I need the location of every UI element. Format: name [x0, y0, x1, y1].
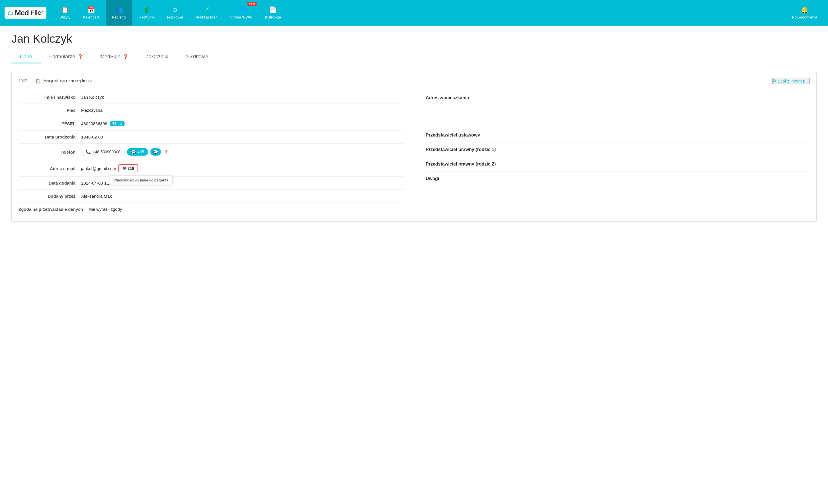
- ezdrowie-nav-icon: ⊕: [172, 6, 177, 14]
- field-row-email: Adres e-mail jankol@gmail.com ✉ 316 Wiad…: [18, 161, 403, 177]
- field-value-name: Jan Kolczyk: [81, 95, 104, 99]
- tab-formularze-label: Formularze: [49, 54, 75, 60]
- phone-call-button[interactable]: 📞 +48 530909308: [81, 148, 125, 156]
- fields-left: Imię i nazwisko Jan Kolczyk Płeć Mężczyz…: [18, 91, 414, 216]
- kalendarz-icon: 📅: [87, 6, 95, 14]
- field-value-telefon: 📞 +48 530909308 💬 435 💬 ❓: [81, 148, 169, 156]
- medsign-help-icon[interactable]: ❓: [123, 54, 128, 59]
- kalendarz-label: Kalendarz: [83, 15, 100, 19]
- field-value-zgoda: Nie wyraził zgody: [89, 207, 122, 212]
- card-header: 1007 📋 Pacjent na czarnej liście ⧉ Scal …: [18, 78, 810, 84]
- age-badge: 76 lat: [110, 121, 125, 126]
- email-messages-button[interactable]: ✉ 316: [118, 165, 138, 172]
- email-count: 316: [128, 166, 134, 171]
- nav-item-ezdrowie[interactable]: ⊕ e-Zdrowie: [160, 0, 189, 26]
- nav-item-wizyty[interactable]: 📋 Wizyty: [53, 0, 77, 26]
- logo-box: 🗂 Med File®: [5, 7, 46, 19]
- tab-dane-label: Dane: [20, 54, 32, 60]
- rachunki-icon: 💲: [143, 6, 150, 14]
- field-row-dob: Data urodzenia 1948-02-08: [18, 131, 403, 144]
- field-row-dodany-przez: Dodany przez Aleksandra Mak: [18, 190, 403, 203]
- chat-button[interactable]: 💬: [150, 148, 161, 155]
- new-badge: NEW: [247, 2, 257, 6]
- tab-dane[interactable]: Dane: [11, 51, 41, 63]
- powiadomienia-label: Powiadomienia: [792, 15, 817, 19]
- formularze-help-icon[interactable]: ❓: [77, 54, 83, 59]
- right-label-uwagi: Uwagi: [426, 172, 810, 186]
- wizyty-label: Wizyty: [59, 15, 70, 19]
- tab-ezdrowie-label: e-Zdrowie: [185, 54, 208, 60]
- tab-medsign[interactable]: MedSign ❓: [92, 51, 137, 63]
- ezdrowie-label: e-Zdrowie: [167, 15, 183, 19]
- field-value-dodany-przez: Aleksandra Mak: [81, 194, 112, 198]
- blacklist-icon: 📋: [35, 78, 41, 84]
- field-row-pesel: PESEL 48020866899 76 lat: [18, 117, 403, 131]
- fields-container: Imię i nazwisko Jan Kolczyk Płeć Mężczyz…: [18, 91, 810, 216]
- card-id: 1007: [18, 79, 27, 83]
- field-label-plec: Płeć: [18, 108, 81, 112]
- fields-right: Adres zamieszkania Przedstawiciel ustawo…: [414, 91, 810, 216]
- content-area: Jan Kolczyk Dane Formularze ❓ MedSign ❓ …: [0, 26, 828, 504]
- nav-item-instrukcje[interactable]: 📄 Instrukcje: [259, 0, 287, 26]
- nav-item-rachunki[interactable]: 💲 Rachunki: [132, 0, 160, 26]
- field-label-data-dodania: Data dodania: [18, 181, 81, 185]
- nav-items: 📋 Wizyty 📅 Kalendarz 👥 Pacjenci 💲 Rachun…: [53, 0, 823, 26]
- field-row-plec: Płeć Mężczyzna: [18, 104, 403, 117]
- telefon-help-icon[interactable]: ❓: [163, 149, 169, 155]
- logo-file-icon: 🗂: [7, 10, 13, 16]
- top-navigation: 🗂 Med File® 📋 Wizyty 📅 Kalendarz 👥 Pacje…: [0, 0, 828, 26]
- field-row-data-dodania: Data dodania 2024-04-03 11:23:20: [18, 177, 403, 190]
- email-tooltip-container: ✉ 316 Wiadomości wysłane do pacjenta: [118, 165, 138, 172]
- pacjenci-icon: 👥: [115, 6, 123, 14]
- field-row-telefon: Telefon 📞 +48 530909308 💬 435: [18, 144, 403, 161]
- field-row-zgoda: Zgoda na przetwarzanie danych Nie wyrazi…: [18, 203, 403, 216]
- field-label-zgoda: Zgoda na przetwarzanie danych: [18, 207, 89, 212]
- nav-item-kalendarz[interactable]: 📅 Kalendarz: [77, 0, 106, 26]
- logo-med-text: Med: [15, 8, 29, 17]
- phone-icon: 📞: [85, 149, 91, 154]
- field-value-plec: Mężczyzna: [81, 108, 102, 112]
- sms-icon: 💬: [131, 150, 136, 154]
- field-label-telefon: Telefon: [18, 150, 81, 154]
- patient-card: 1007 📋 Pacjent na czarnej liście ⧉ Scal …: [11, 72, 817, 222]
- field-label-name: Imię i nazwisko: [18, 95, 81, 99]
- right-label-przedstawiciel-prawny-2: Przedstawiciel prawny (rodzic 2): [426, 157, 810, 172]
- field-label-dodany-przez: Dodany przez: [18, 194, 81, 198]
- rachunki-label: Rachunki: [139, 15, 154, 19]
- page-header: Jan Kolczyk Dane Formularze ❓ MedSign ❓ …: [0, 26, 828, 66]
- main-content: 1007 📋 Pacjent na czarnej liście ⧉ Scal …: [0, 66, 828, 227]
- right-label-przedstawiciel-ustawowy: Przedstawiciel ustawowy: [426, 128, 810, 142]
- field-label-email: Adres e-mail: [18, 166, 81, 171]
- tab-zalaczniki[interactable]: Załączniki: [137, 51, 177, 63]
- merge-icon: ⧉: [773, 78, 776, 83]
- logo-file-text: File®: [31, 9, 44, 16]
- email-icon: ✉: [122, 166, 126, 171]
- sms-button[interactable]: 💬 435: [127, 148, 148, 155]
- strona-www-label: Strona WWW: [230, 15, 253, 19]
- tab-zalaczniki-label: Załączniki: [146, 54, 168, 60]
- page-title: Jan Kolczyk: [11, 33, 817, 45]
- powiadomienia-icon: 🔔: [801, 6, 809, 14]
- field-value-email: jankol@gmail.com ✉ 316 Wiadomości wysłan…: [81, 165, 138, 172]
- nav-item-strona-www[interactable]: NEW 🌐 Strona WWW: [224, 0, 259, 26]
- field-label-pesel: PESEL: [18, 121, 81, 126]
- wizyty-icon: 📋: [61, 6, 69, 14]
- strona-www-icon: 🌐: [238, 6, 245, 14]
- phone-number: +48 530909308: [92, 150, 120, 154]
- chat-icon: 💬: [153, 150, 158, 154]
- right-label-przedstawiciel-prawny-1: Przedstawiciel prawny (rodzic 1): [426, 142, 810, 157]
- tab-formularze[interactable]: Formularze ❓: [41, 51, 92, 63]
- nav-item-pacjenci[interactable]: 👥 Pacjenci: [106, 0, 132, 26]
- logo-area[interactable]: 🗂 Med File®: [5, 7, 46, 19]
- instrukcje-icon: 📄: [269, 6, 277, 14]
- tab-ezdrowie[interactable]: e-Zdrowie: [177, 51, 217, 63]
- sms-count: 435: [137, 150, 144, 154]
- merge-button[interactable]: ⧉ Scal z innym p...: [772, 78, 810, 84]
- blacklist-label: 📋 Pacjent na czarnej liście: [35, 78, 92, 84]
- nav-item-powiadomienia[interactable]: 🔔 Powiadomienia: [786, 0, 823, 26]
- field-value-dob: 1948-02-08: [81, 135, 103, 139]
- nav-item-punkt-pobran[interactable]: 🧪 Punkt pobrań: [189, 0, 224, 26]
- tab-medsign-label: MedSign: [100, 54, 120, 60]
- email-tooltip: Wiadomości wysłane do pacjenta: [109, 176, 172, 185]
- merge-label: Scal z innym p...: [778, 79, 809, 83]
